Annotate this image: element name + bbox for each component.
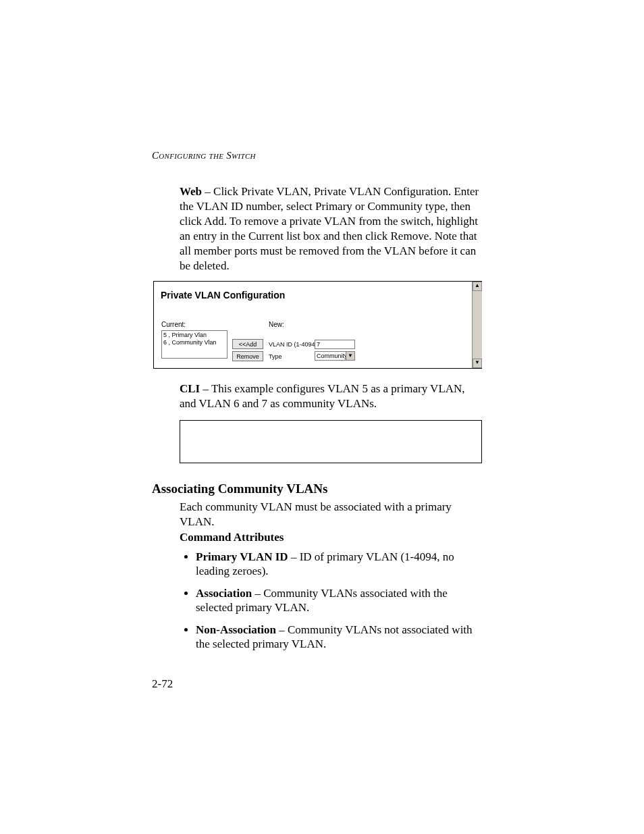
cli-code-box — [180, 420, 482, 463]
vlan-id-input[interactable]: 7 — [315, 340, 355, 349]
section-heading: Associating Community VLANs — [152, 481, 327, 496]
label-new: New: — [269, 321, 284, 328]
current-listbox[interactable]: 5 , Primary Vlan 6 , Community Vlan — [161, 330, 227, 359]
figure-scrollbar[interactable]: ▲ ▼ — [472, 282, 482, 368]
attr-label: Primary VLAN ID — [196, 550, 288, 563]
figure-title: Private VLAN Configuration — [161, 290, 285, 301]
list-item[interactable]: 6 , Community Vlan — [163, 339, 225, 346]
list-item: Primary VLAN ID – ID of primary VLAN (1-… — [196, 550, 485, 578]
page: Configuring the Switch Web – Click Priva… — [0, 0, 644, 834]
subsection-heading: Command Attributes — [180, 531, 284, 544]
section-paragraph: Each community VLAN must be associated w… — [180, 500, 480, 529]
remove-button[interactable]: Remove — [232, 351, 263, 361]
cli-text: – This example configures VLAN 5 as a pr… — [180, 382, 465, 410]
type-label: Type — [269, 353, 282, 360]
web-label: Web — [180, 185, 202, 198]
cli-label: CLI — [180, 382, 200, 395]
web-text: – Click Private VLAN, Private VLAN Confi… — [180, 185, 479, 272]
running-head: Configuring the Switch — [152, 150, 256, 161]
attr-label: Association — [196, 587, 252, 600]
vlan-id-label: VLAN ID (1-4094) — [269, 341, 317, 348]
attr-label: Non-Association — [196, 623, 276, 636]
pvlan-config-figure: Private VLAN Configuration Current: New:… — [153, 281, 482, 369]
page-number: 2-72 — [152, 677, 173, 691]
label-current: Current: — [161, 321, 186, 328]
attribute-list: Primary VLAN ID – ID of primary VLAN (1-… — [181, 550, 485, 659]
type-select-value: Community — [317, 353, 348, 359]
chevron-down-icon[interactable]: ▼ — [346, 352, 354, 360]
add-button[interactable]: <<Add — [232, 339, 263, 349]
scroll-down-icon[interactable]: ▼ — [473, 359, 482, 368]
list-item: Association – Community VLANs associated… — [196, 586, 485, 615]
list-item: Non-Association – Community VLANs not as… — [196, 623, 485, 651]
list-item[interactable]: 5 , Primary Vlan — [163, 332, 225, 339]
web-paragraph: Web – Click Private VLAN, Private VLAN C… — [180, 184, 480, 273]
cli-paragraph: CLI – This example configures VLAN 5 as … — [180, 382, 480, 411]
type-select[interactable]: Community ▼ — [315, 351, 355, 361]
scroll-up-icon[interactable]: ▲ — [473, 282, 482, 291]
